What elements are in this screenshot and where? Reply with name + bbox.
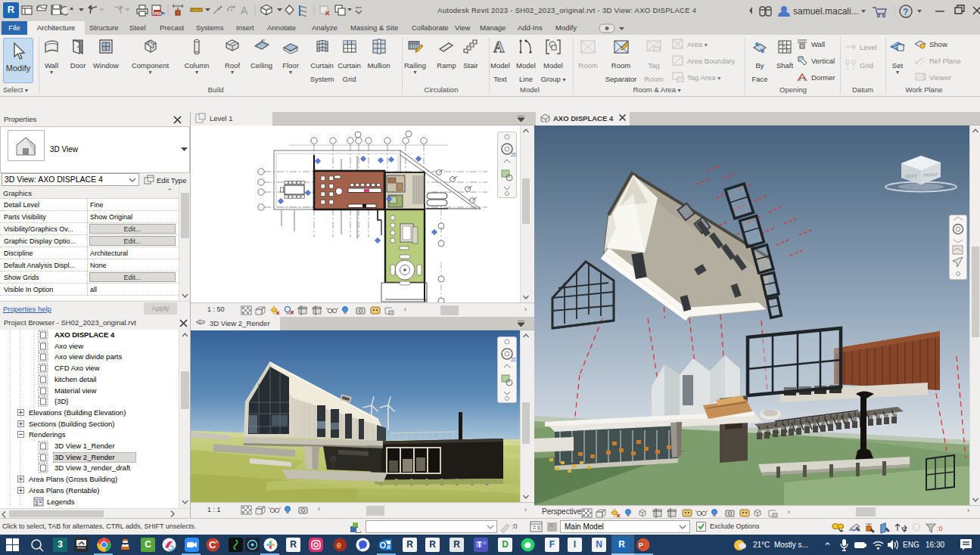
svg-text:?: ? [903,7,908,17]
svg-text:P: P [639,541,643,549]
svg-text:2D: 2D [511,152,516,157]
svg-text:T: T [478,541,482,549]
svg-text:e: e [337,540,342,550]
svg-text::0: :0 [937,525,943,532]
svg-text:LEFT: LEFT [905,173,917,179]
svg-text:samuel.macali...: samuel.macali... [793,6,859,17]
svg-text:2D: 2D [511,357,516,362]
svg-text:A: A [241,5,248,17]
svg-text:A: A [493,39,505,55]
svg-text:C: C [209,539,216,550]
